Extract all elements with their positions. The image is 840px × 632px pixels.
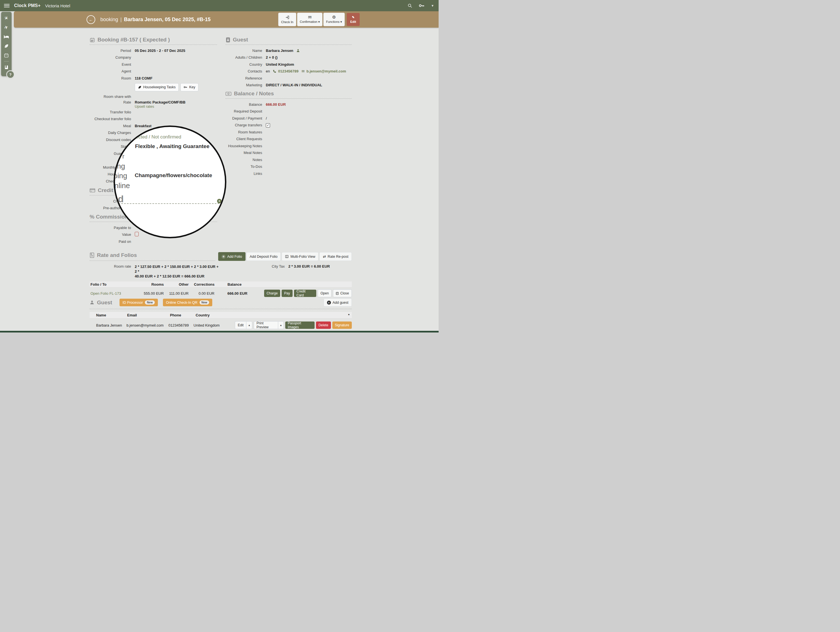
quick-nav-sidebar: ✈ ✈ [1,12,11,76]
close-button[interactable]: Close [333,289,352,297]
hotel-name: Victoria Hotel [45,3,70,8]
field-contacts: Contacts en 0123456789 ✉ b.jensen@mymeil… [226,68,352,75]
plus-icon: + [327,301,331,304]
key-button[interactable]: Key [180,83,199,91]
calendar-icon[interactable] [1,51,11,60]
credit-card-button[interactable]: Credit Card [294,290,316,297]
charge-transfers-checkbox[interactable]: ✓ [266,123,270,127]
loupe-status-text: pected / Not confirmed [133,134,181,140]
new-badge: New [145,300,155,304]
section-title: % Commission [90,214,128,220]
field-guest-name: Name Barbara Jensen [226,47,352,54]
balance-notes-header: Balance / Notes [226,90,352,99]
commission-checkbox[interactable] [135,232,139,236]
banknote-icon [226,92,231,96]
add-guest-button[interactable]: + Add guest [324,298,352,307]
multi-folio-view-button[interactable]: Multi-Folio View [282,252,319,261]
menu-icon[interactable] [4,3,9,8]
upsell-rates-link[interactable]: Upsell rates [135,105,185,109]
field-checkout-transfer-folio: Checkout transfer folio [90,116,217,123]
print-preview-button[interactable]: Print Preview [254,321,278,329]
leaf-icon[interactable] [1,41,11,51]
loupe-dashed-line [118,203,225,204]
top-app-bar: Clock PMS+ Victoria Hotel ▼ [0,0,439,11]
chevron-down-icon[interactable]: ▼ [431,4,434,7]
online-checkin-qr-button[interactable]: Online Check-In QR New [163,299,212,306]
field-required-deposit: Required Deposit [226,108,352,115]
search-icon[interactable] [407,3,412,8]
delete-guest-button[interactable]: Delete [316,322,331,329]
functions-button[interactable]: ⚙ Functions ▾ [323,13,345,26]
passport-images-button[interactable]: Passport Images [285,322,314,329]
footer-bar [0,331,439,333]
folio-close-icon [336,292,339,295]
rate-folios-header: Rate and Folios [90,252,215,261]
calendar-icon [90,37,95,43]
rate-repost-button[interactable]: ⇄ Rate Re-post [319,252,352,261]
contact-card-icon [226,37,230,43]
open-folio-link[interactable]: Open Folio FL-173 [90,291,138,296]
booking-section-header: Booking #B-157 ( Expected ) [90,36,217,45]
pay-button[interactable]: Pay [282,290,292,297]
book-icon[interactable] [1,63,11,72]
open-button[interactable]: Open [318,289,332,297]
rate-folios-section: Rate and Folios + Add Folio Add Deposit … [90,252,352,297]
edit-guest-button[interactable]: Edit [235,321,246,329]
field-marketing: MarketingDIRECT / WALK-IN / INDIVIDUAL [226,82,352,89]
signature-button[interactable]: Signature [332,322,352,329]
folio-table-header: Folio / To Rooms Other Corrections Balan… [90,282,352,288]
sidebar-divider [4,61,9,62]
add-folio-button[interactable]: + Add Folio [218,252,246,261]
check-in-button[interactable]: Check In [278,13,296,26]
guests-section: Guest ID Processor New Online Check-In Q… [90,298,352,329]
section-title: Rate and Folios [97,252,137,258]
guest-table-row: Barbara Jensen b.jensen@mymeil.com 01234… [90,321,352,329]
field-client-requests: Client Requests [226,136,352,143]
new-badge: New [200,300,210,304]
field-housekeeping-notes: Housekeeping Notes [226,143,352,149]
person-icon[interactable] [296,49,300,52]
field-balance: Balance666.00 EUR [226,101,352,108]
breadcrumb: booking [100,17,118,22]
guest-panel-header: Guest [226,36,352,45]
edit-button[interactable]: ✎ Edit [347,13,360,26]
person-icon [90,300,95,305]
email-link[interactable]: b.jensen@mymeil.com [306,69,346,73]
credit-card-icon [90,188,95,193]
envelope-icon: ✉ [302,69,305,73]
folio-table-row: Open Folio FL-173 555.00 EUR 111.00 EUR … [90,289,352,297]
app-brand: Clock PMS+ [14,3,41,8]
help-icon[interactable]: ? [7,71,14,78]
key-icon[interactable] [418,3,425,8]
field-room-share: Room share with [90,93,217,100]
columns-icon [285,255,289,258]
housekeeping-tasks-button[interactable]: Housekeeping Tasks [135,83,179,91]
bed-icon[interactable] [1,32,11,41]
print-preview-caret[interactable]: ▲ [278,321,284,329]
add-icon[interactable]: + [217,199,221,203]
charge-button[interactable]: Charge [264,290,280,297]
pencil-icon: ✎ [352,16,354,19]
field-adults-children: Adults / Children2 + 0 () [226,54,352,61]
leaf-icon [138,86,142,89]
print-preview-split-button: Print Preview ▲ [254,321,284,329]
balance-notes-panel: Balance / Notes Balance666.00 EUR Requir… [226,90,352,177]
gear-icon: ⚙ [332,15,336,19]
folio-icon [90,252,95,258]
field-paid-on: Paid on [90,238,217,245]
phone-link[interactable]: 0123456789 [278,69,298,73]
back-arrow-icon[interactable]: ← [87,15,95,24]
plane-departure-icon[interactable]: ✈ [1,23,11,32]
magnifier-loupe: pected / Not confirmed Flexible , Awaiti… [114,125,226,238]
key-icon [183,86,188,89]
field-company: Company [90,54,217,61]
plane-arrival-icon[interactable]: ✈ [1,14,11,23]
guest-panel: Guest Name Barbara Jensen Adults / Child… [226,36,352,89]
id-processor-button[interactable]: ID Processor New [120,299,158,306]
add-deposit-folio-button[interactable]: Add Deposit Folio [246,252,281,261]
field-guest-country: CountryUnited Kingdom [226,61,352,68]
confirmation-button[interactable]: ✉ Confirmation ▾ [297,13,322,26]
edit-guest-caret[interactable]: ▲ [246,321,252,329]
field-room: Room118 COMF [90,75,217,82]
edit-guest-split-button: Edit ▲ [235,321,252,329]
